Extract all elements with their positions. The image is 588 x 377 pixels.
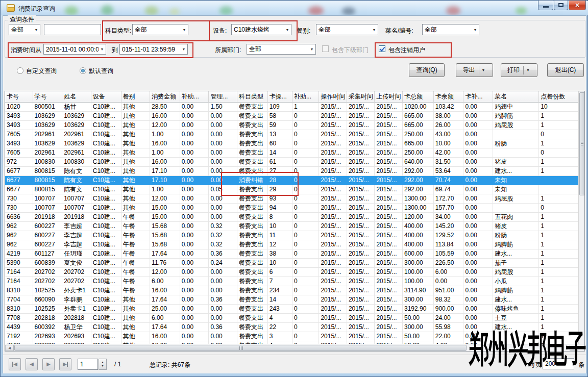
table-cell: 12 xyxy=(268,240,292,249)
column-header[interactable]: 上传时间 xyxy=(375,91,403,103)
column-header[interactable]: 卡号 xyxy=(5,91,33,103)
exit-button[interactable]: 退出(C) xyxy=(547,63,584,77)
table-cell: 8 xyxy=(268,213,292,222)
first-page-button[interactable]: ◀ xyxy=(9,358,21,370)
table-cell: 2015/... xyxy=(319,305,347,314)
subject-type-select[interactable]: 全部▼ xyxy=(132,24,188,35)
column-header[interactable]: 学号 xyxy=(33,91,63,103)
close-button[interactable]: × xyxy=(569,1,586,10)
table-cell: 2015/... xyxy=(375,185,403,194)
scroll-right-arrow-icon[interactable]: ▶ xyxy=(570,345,578,351)
page-number-spinner[interactable]: ▲▼ xyxy=(99,359,107,370)
table-row[interactable]: 8310102525外卖卡1C10建...其他25.000.000.00餐费支出… xyxy=(5,305,578,314)
include-sub-dept-checkbox[interactable] xyxy=(322,45,329,52)
column-header[interactable]: 姓名 xyxy=(62,91,91,103)
table-cell: 0 xyxy=(292,167,319,176)
table-cell: 2015/... xyxy=(319,185,347,194)
table-cell: 0 xyxy=(539,148,578,158)
table-row[interactable]: 962600227李吉超C10建...午餐15.680.000.32餐费支出10… xyxy=(5,222,578,231)
table-cell: 0.05 xyxy=(209,185,237,194)
table-cell: 0.24 xyxy=(209,259,237,268)
table-row[interactable]: 5390600839夏文俊C10建...午餐11.760.000.24餐费支出1… xyxy=(5,259,578,268)
column-header[interactable]: 菜名 xyxy=(493,91,539,103)
table-row[interactable]: 7605202961202961C10建...其他1.000.000.00餐费支… xyxy=(5,148,578,158)
horizontal-scrollbar[interactable]: ◀ ▶ xyxy=(5,344,578,351)
column-header[interactable]: 管理... xyxy=(209,91,237,103)
prev-page-button[interactable]: ◀ xyxy=(26,358,38,370)
column-header[interactable]: 操作时间 xyxy=(319,91,347,103)
table-cell: 未知 xyxy=(493,176,539,185)
vertical-scrollbar-thumb[interactable] xyxy=(579,92,585,195)
table-row[interactable]: 6677800815陈有文C10建...其他17.100.000.00消费纠错2… xyxy=(5,176,578,185)
keyword-input[interactable] xyxy=(44,24,101,35)
column-header[interactable]: 补助... xyxy=(180,91,209,103)
maximize-button[interactable] xyxy=(554,1,568,10)
table-row[interactable]: 6677800815陈有文C10建...其他1.000.000.05餐费支出29… xyxy=(5,185,578,194)
table-row[interactable]: 4439600392杨卫华C10建...其他17.640.000.36餐费支出2… xyxy=(5,323,578,332)
table-row[interactable]: 730100707100707C10建...其他12.000.000.00餐费支… xyxy=(5,194,578,204)
table-row[interactable]: 7704660090李群鹏C10建...其他17.640.000.36餐费支出1… xyxy=(5,295,578,305)
export-button[interactable]: 导出▼ xyxy=(456,63,493,77)
spinner-up-icon: ▲ xyxy=(101,361,104,364)
table-row[interactable]: 7605202961202961C10建...其他1.000.000.00餐费支… xyxy=(5,130,578,139)
include-cancelled-checkbox[interactable] xyxy=(379,45,385,52)
table-row[interactable]: 3493103629103629C10建...其他16.000.000.00餐费… xyxy=(5,112,578,121)
column-header[interactable]: 卡余额 xyxy=(434,91,464,103)
column-header[interactable]: 补助... xyxy=(292,91,319,103)
column-header[interactable]: 设备 xyxy=(91,91,121,103)
table-cell: 0.00 xyxy=(180,240,209,249)
table-row[interactable]: 962600227李吉超C10建...午餐15.680.000.32餐费支出11… xyxy=(5,231,578,240)
table-cell: 0 xyxy=(292,176,319,185)
table-cell: 7708 xyxy=(5,314,33,323)
table-row[interactable]: 6677800815陈有文C10建...其他17.100.000.00餐费支出2… xyxy=(5,167,578,176)
table-row[interactable]: 7164202702202702C10建...午餐6.000.000.00餐费支… xyxy=(5,277,578,286)
column-header[interactable]: 卡总额 xyxy=(403,91,434,103)
minimize-button[interactable] xyxy=(538,1,553,10)
table-row[interactable]: 962600227李吉超C10建...午餐15.680.000.32餐费支出12… xyxy=(5,240,578,249)
table-row[interactable]: 972100830100830C10建...其他16.000.000.00餐费支… xyxy=(5,158,578,167)
filter-scope-select[interactable]: 全部▼ xyxy=(9,24,40,35)
table-cell: 2015/... xyxy=(375,112,403,121)
table-row[interactable]: 730100707100707C10建...其他15.000.000.00餐费支… xyxy=(5,204,578,213)
column-header[interactable]: 卡补... xyxy=(463,91,493,103)
print-button[interactable]: 打印▼ xyxy=(501,63,537,77)
search-button[interactable]: 查询(Q) xyxy=(409,63,445,77)
next-page-button[interactable]: ▶ xyxy=(42,358,55,370)
column-header[interactable]: 采集时间 xyxy=(347,91,375,103)
table-row[interactable]: 8310102525外卖卡1C10建...午餐16.000.000.00餐费支出… xyxy=(5,286,578,295)
table-row[interactable]: 1020800501杨甘C10建...其他28.500.001.50餐费支出10… xyxy=(5,103,578,112)
dish-name-select[interactable]: 全部▼ xyxy=(422,24,479,35)
page-number-input[interactable] xyxy=(78,359,98,370)
column-header[interactable]: 餐别 xyxy=(121,91,151,103)
table-row[interactable]: 3493103629103629C10建...其他12.000.000.00餐费… xyxy=(5,121,578,130)
horizontal-scrollbar-thumb[interactable] xyxy=(14,345,467,351)
table-cell: 100707 xyxy=(33,194,63,204)
time-from-select[interactable]: 2015-11-01 00:00:0▼ xyxy=(43,44,106,55)
table-row[interactable]: 7164202702202702C10建...午餐12.000.000.00餐费… xyxy=(5,268,578,277)
app-icon xyxy=(7,4,15,12)
table-cell: 2015/... xyxy=(375,213,403,222)
default-query-radio[interactable] xyxy=(80,67,86,74)
per-page-input[interactable] xyxy=(543,358,574,369)
table-row[interactable]: 7192202693202693C10建...其他16.000.000.00餐费… xyxy=(5,332,578,341)
table-row[interactable]: 4219601127任玥瑾C10建...午餐17.640.000.36餐费支出3… xyxy=(5,249,578,259)
department-select[interactable]: 全部▼ xyxy=(247,44,316,55)
column-header[interactable]: 点餐份数 xyxy=(539,91,578,103)
department-label: 所属部门: xyxy=(215,46,241,55)
custom-query-radio[interactable] xyxy=(17,67,23,74)
device-select[interactable]: C10建水烧烤▼ xyxy=(231,24,291,35)
column-header[interactable]: 科目类型 xyxy=(237,91,268,103)
table-row[interactable]: 3493103629103629C10建...其他16.000.000.00餐费… xyxy=(5,139,578,148)
time-to-select[interactable]: 015-11-01 23:59:59▼ xyxy=(119,44,188,55)
table-row[interactable]: 6636201918201918C10建...午餐15.000.000.00餐费… xyxy=(5,213,578,222)
scroll-left-arrow-icon[interactable]: ◀ xyxy=(5,345,14,351)
table-cell: 餐费支出 xyxy=(237,121,268,130)
last-page-button[interactable]: ▶ xyxy=(59,358,71,370)
vertical-scrollbar[interactable] xyxy=(578,91,584,344)
app-window: 消费记录查询 × 查询条件 全部▼ 科目类型: 全部▼ 设备: C10建水烧烤▼… xyxy=(0,0,588,377)
column-header[interactable]: 消费金额 xyxy=(150,91,180,103)
table-cell: 202693 xyxy=(62,332,91,341)
column-header[interactable]: 卡操... xyxy=(268,91,292,103)
meal-type-select[interactable]: 全部▼ xyxy=(316,24,378,35)
table-row[interactable]: 7708202818202818C10建...其他6.000.000.00餐费支… xyxy=(5,314,578,323)
